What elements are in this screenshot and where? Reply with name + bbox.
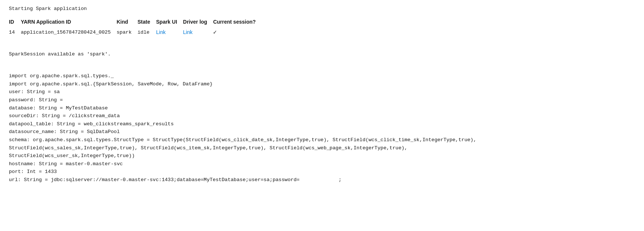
empty-line-1 bbox=[9, 43, 635, 50]
col-current-session: Current session? bbox=[213, 17, 262, 27]
code-line-9: schema: org.apache.spark.sql.types.Struc… bbox=[9, 136, 635, 144]
code-line-7: datapool_table: String = web_clickstream… bbox=[9, 120, 635, 128]
checkmark-icon: ✓ bbox=[213, 29, 217, 36]
cell-yarn-app-id: application_1567847280424_0025 bbox=[21, 27, 117, 37]
empty-line-3 bbox=[9, 65, 635, 72]
col-state: State bbox=[138, 17, 156, 27]
code-line-2: import org.apache.spark.sql.{SparkSessio… bbox=[9, 80, 635, 88]
code-line-14: url: String = jdbc:sqlserver://master-0.… bbox=[9, 176, 635, 184]
cell-id: 14 bbox=[9, 27, 21, 37]
cell-spark-ui[interactable]: Link bbox=[156, 27, 183, 37]
col-spark-ui: Spark UI bbox=[156, 17, 183, 27]
code-line-1: import org.apache.spark.sql.types._ bbox=[9, 72, 635, 80]
code-line-13: port: Int = 1433 bbox=[9, 168, 635, 176]
col-driver-log: Driver log bbox=[183, 17, 213, 27]
cell-driver-log[interactable]: Link bbox=[183, 27, 213, 37]
code-line-5: database: String = MyTestDatabase bbox=[9, 104, 635, 112]
code-line-8: datasource_name: String = SqlDataPool bbox=[9, 128, 635, 136]
code-section: SparkSession available as 'spark'. impor… bbox=[9, 43, 635, 184]
code-line-11: StructField(wcs_user_sk,IntegerType,true… bbox=[9, 152, 635, 160]
code-line-12: hostname: String = master-0.master-svc bbox=[9, 160, 635, 168]
code-line-4: password: String = bbox=[9, 96, 635, 104]
spark-sessions-table: ID YARN Application ID Kind State Spark … bbox=[9, 17, 262, 37]
starting-line: Starting Spark application bbox=[9, 6, 635, 11]
code-line-10: StructField(wcs_sales_sk,IntegerType,tru… bbox=[9, 144, 635, 152]
table-row: 14 application_1567847280424_0025 spark … bbox=[9, 27, 262, 37]
table-header-row: ID YARN Application ID Kind State Spark … bbox=[9, 17, 262, 27]
col-id: ID bbox=[9, 17, 21, 27]
output-container: Starting Spark application ID YARN Appli… bbox=[9, 6, 635, 184]
empty-line-2 bbox=[9, 58, 635, 65]
spark-ui-link[interactable]: Link bbox=[156, 29, 166, 35]
spark-session-available: SparkSession available as 'spark'. bbox=[9, 50, 635, 58]
table-section: ID YARN Application ID Kind State Spark … bbox=[9, 17, 635, 37]
code-line-6: sourceDir: String = /clickstream_data bbox=[9, 112, 635, 120]
col-yarn-app-id: YARN Application ID bbox=[21, 17, 117, 27]
driver-log-link[interactable]: Link bbox=[183, 29, 193, 35]
cell-state: idle bbox=[138, 27, 156, 37]
code-line-3: user: String = sa bbox=[9, 88, 635, 96]
cell-current-session: ✓ bbox=[213, 27, 262, 37]
col-kind: Kind bbox=[117, 17, 138, 27]
cell-kind: spark bbox=[117, 27, 138, 37]
